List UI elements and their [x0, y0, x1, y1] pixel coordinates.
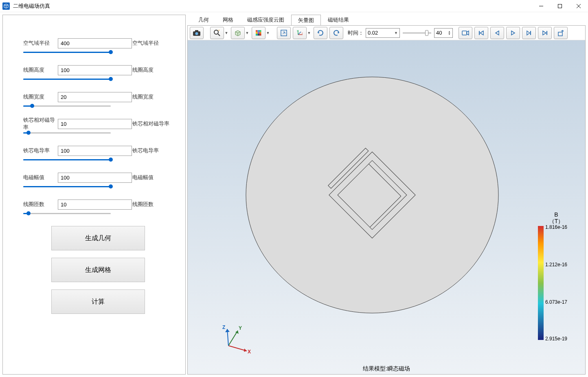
axes-icon[interactable]: xy	[293, 27, 307, 39]
window-title: 二维电磁场仿真	[13, 2, 50, 10]
record-icon[interactable]	[459, 27, 472, 39]
fit-view-icon[interactable]	[277, 27, 291, 39]
frame-input[interactable]: 40▲▼	[434, 28, 453, 38]
param-label: 线圈宽度	[23, 93, 58, 101]
parameter-panel: 空气域半径空气域半径线圈高度线圈高度线圈宽度线圈宽度铁芯相对磁导率铁芯相对磁导率…	[2, 15, 186, 375]
param-description: 铁芯相对磁导率	[132, 120, 173, 127]
stepper-icon[interactable]: ▲▼	[448, 31, 451, 35]
cube-icon[interactable]	[231, 27, 245, 39]
param-label: 电磁幅值	[23, 174, 58, 181]
svg-rect-12	[256, 32, 258, 34]
rotate-cw-icon[interactable]	[314, 27, 327, 39]
svg-rect-10	[258, 30, 260, 32]
param-description: 线圈高度	[132, 66, 173, 74]
param-input-3[interactable]	[58, 119, 132, 129]
tab-4[interactable]: 磁链结果	[321, 14, 356, 25]
step-forward-icon[interactable]	[522, 27, 536, 39]
legend-ticks: 1.816e-16 1.212e-16 6.073e-17 2.915e-19	[544, 226, 575, 340]
svg-text:Z: Z	[222, 324, 225, 330]
slider-thumb[interactable]	[30, 104, 34, 108]
zoom-icon[interactable]	[210, 27, 224, 39]
param-row-5: 电磁幅值电磁幅值	[23, 172, 173, 183]
param-slider-5[interactable]	[23, 183, 111, 190]
time-value: 0.02	[368, 30, 378, 36]
zoom-dropdown-icon[interactable]: ▼	[224, 31, 229, 35]
time-slider[interactable]	[403, 32, 431, 34]
param-row-6: 线圈匝数线圈匝数	[23, 199, 173, 210]
slider-thumb[interactable]	[109, 184, 113, 188]
svg-rect-13	[258, 32, 260, 34]
param-slider-4[interactable]	[23, 156, 111, 163]
play-reverse-icon[interactable]	[490, 27, 504, 39]
axes-dropdown-icon[interactable]: ▼	[307, 31, 312, 35]
tab-0[interactable]: 几何	[191, 14, 216, 25]
skip-first-icon[interactable]	[474, 27, 488, 39]
param-slider-2[interactable]	[23, 102, 111, 110]
slider-thumb[interactable]	[109, 158, 113, 162]
param-input-5[interactable]	[58, 173, 132, 183]
svg-line-8	[218, 34, 220, 36]
svg-point-7	[214, 30, 218, 34]
cube-dropdown-icon[interactable]: ▼	[245, 31, 250, 35]
compute-button[interactable]: 计算	[51, 289, 145, 314]
play-icon[interactable]	[506, 27, 520, 39]
slider-thumb[interactable]	[26, 131, 31, 135]
tab-1[interactable]: 网格	[216, 14, 240, 25]
close-button[interactable]	[569, 0, 588, 12]
generate-geometry-button[interactable]: 生成几何	[51, 226, 145, 250]
palette-dropdown-icon[interactable]: ▼	[265, 31, 270, 35]
titlebar: 二维电磁场仿真	[0, 0, 588, 12]
svg-text:X: X	[248, 349, 251, 355]
time-slider-thumb[interactable]	[425, 30, 428, 36]
svg-text:Y: Y	[239, 325, 242, 331]
view-toolbar: ▼ ▼ ▼ xy ▼ 时间： 0.02▼ 40▲▼	[188, 26, 585, 40]
param-slider-3[interactable]	[23, 129, 111, 136]
svg-rect-28	[558, 32, 562, 36]
export-icon[interactable]	[554, 27, 568, 39]
legend-bar	[538, 226, 544, 340]
maximize-button[interactable]	[551, 0, 569, 12]
param-row-2: 线圈宽度线圈宽度	[23, 92, 173, 102]
camera-icon[interactable]	[190, 27, 204, 39]
svg-line-35	[228, 346, 247, 351]
viewport[interactable]: X Y Z B（T）	[188, 40, 585, 374]
param-row-3: 铁芯相对磁导率铁芯相对磁导率	[23, 118, 173, 129]
param-row-1: 线圈高度线圈高度	[23, 65, 173, 75]
param-input-2[interactable]	[58, 92, 132, 102]
param-slider-6[interactable]	[23, 210, 111, 217]
param-input-4[interactable]	[58, 146, 132, 156]
rotate-ccw-icon[interactable]	[329, 27, 343, 39]
param-input-0[interactable]	[58, 38, 132, 48]
svg-rect-16	[258, 34, 260, 36]
param-label: 线圈匝数	[23, 201, 58, 208]
result-model-label: 结果模型:瞬态磁场	[363, 365, 410, 373]
window-controls	[532, 0, 588, 12]
tab-bar: 几何网格磁感应强度云图矢量图磁链结果	[187, 15, 586, 25]
svg-line-37	[228, 331, 238, 346]
param-slider-1[interactable]	[23, 75, 111, 83]
generate-mesh-button[interactable]: 生成网格	[51, 258, 145, 282]
param-input-1[interactable]	[58, 65, 132, 75]
time-value-input[interactable]: 0.02▼	[366, 28, 400, 38]
svg-rect-5	[195, 30, 198, 32]
palette-icon[interactable]	[252, 27, 265, 39]
svg-point-6	[195, 32, 198, 35]
tab-2[interactable]: 磁感应强度云图	[240, 14, 291, 25]
minimize-button[interactable]	[532, 0, 551, 12]
param-label: 铁芯电导率	[23, 147, 58, 154]
slider-thumb[interactable]	[26, 211, 31, 215]
svg-line-21	[298, 32, 301, 35]
param-description: 线圈匝数	[132, 201, 173, 208]
svg-rect-9	[256, 30, 258, 32]
param-slider-0[interactable]	[23, 48, 111, 56]
param-description: 线圈宽度	[132, 93, 173, 101]
param-row-0: 空气域半径空气域半径	[23, 38, 173, 48]
param-row-4: 铁芯电导率铁芯电导率	[23, 145, 173, 156]
param-input-6[interactable]	[58, 199, 132, 210]
slider-thumb[interactable]	[109, 77, 113, 81]
slider-thumb[interactable]	[109, 50, 113, 54]
tab-3[interactable]: 矢量图	[291, 15, 321, 26]
svg-rect-11	[259, 30, 261, 32]
app-logo-icon	[2, 2, 10, 10]
skip-last-icon[interactable]	[538, 27, 552, 39]
